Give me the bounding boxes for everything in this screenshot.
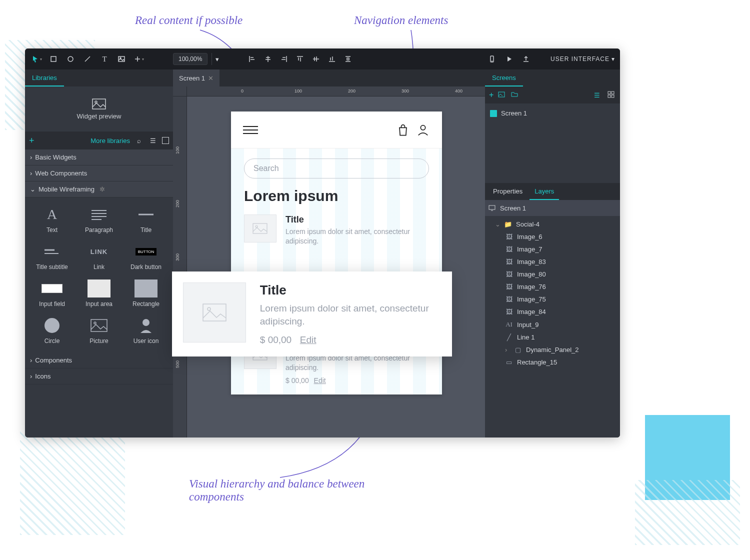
widget-preview: Widget preview — [25, 86, 173, 132]
more-libraries-link[interactable]: More libraries — [90, 137, 130, 144]
rect-tool[interactable] — [47, 52, 60, 66]
image-icon: 🖼 — [505, 233, 513, 240]
layer-item[interactable]: 🖼Image_76 — [485, 280, 620, 293]
bag-icon[interactable] — [396, 123, 410, 137]
layer-item[interactable]: 🖼Image_6 — [485, 230, 620, 243]
left-panel: Libraries Widget preview + More librarie… — [25, 70, 173, 438]
close-tab-icon[interactable]: ✕ — [208, 74, 214, 82]
layer-item[interactable]: ╱Line 1 — [485, 331, 620, 344]
ellipse-tool[interactable] — [64, 52, 77, 66]
add-screen-button[interactable]: + — [489, 90, 494, 100]
folder-icon: 📁 — [504, 220, 512, 228]
align-top[interactable] — [294, 52, 306, 66]
align-bottom[interactable] — [326, 52, 338, 66]
svg-point-11 — [420, 125, 425, 130]
mock-list-item[interactable]: Title Lorem ipsum dolor sit amet, consec… — [244, 214, 429, 246]
edit-link[interactable]: Edit — [300, 334, 316, 345]
layer-item[interactable]: ▭Rectangle_15 — [485, 356, 620, 368]
widget-paragraph[interactable]: Paragraph — [77, 202, 121, 236]
widget-title-subtitle[interactable]: Title subtitle — [30, 240, 74, 274]
widget-user-icon[interactable]: User icon — [124, 314, 168, 348]
layer-folder[interactable]: ⌄📁Social-4 — [485, 218, 620, 230]
play-button[interactable] — [502, 52, 516, 66]
widget-circle[interactable]: Circle — [30, 314, 74, 348]
layer-item[interactable]: AIInput_9 — [485, 318, 620, 331]
svg-rect-18 — [498, 92, 504, 97]
svg-rect-19 — [608, 92, 610, 94]
layer-item[interactable]: 🖼Image_80 — [485, 268, 620, 280]
align-left[interactable] — [246, 52, 258, 66]
tab-layers[interactable]: Layers — [530, 188, 559, 200]
gear-icon[interactable]: ✲ — [100, 186, 105, 193]
zoom-dropdown[interactable]: ▾ — [212, 53, 222, 65]
image-icon[interactable] — [498, 90, 506, 100]
line-icon: ╱ — [505, 334, 513, 341]
svg-rect-12 — [253, 224, 267, 234]
mode-selector[interactable]: USER INTERFACE ▾ — [550, 56, 615, 62]
svg-point-17 — [208, 308, 210, 310]
widget-input-field[interactable]: Input field — [30, 276, 74, 310]
pointer-tool[interactable]: ▾ — [30, 52, 43, 66]
screen-item[interactable]: Screen 1 — [488, 106, 617, 120]
add-tool[interactable]: ▾ — [132, 52, 145, 66]
widget-text[interactable]: AText — [30, 202, 74, 236]
layer-root[interactable]: Screen 1 — [485, 200, 620, 216]
cat-basic-widgets[interactable]: ›Basic Widgets — [25, 150, 173, 166]
grid-view-icon[interactable] — [607, 90, 616, 100]
distribute[interactable] — [342, 52, 354, 66]
annotation-real-content: Real content if possible — [135, 14, 242, 27]
upload-button[interactable] — [520, 52, 532, 66]
cat-mobile-wireframing[interactable]: ⌄Mobile Wireframing✲ — [25, 182, 173, 198]
input-icon: AI — [505, 320, 513, 328]
widget-rectangle[interactable]: Rectangle — [124, 276, 168, 310]
cat-icons[interactable]: ›Icons — [25, 368, 173, 384]
device-icon[interactable] — [486, 52, 498, 66]
canvas[interactable]: Screen 1 ✕ 0 100 200 300 400 100 200 300… — [173, 70, 485, 438]
user-icon[interactable] — [416, 123, 430, 137]
item-desc: Lorem ipsum dolor sit amet, consectetur … — [260, 302, 441, 328]
image-placeholder-icon — [183, 282, 246, 342]
align-right[interactable] — [278, 52, 290, 66]
tab-libraries[interactable]: Libraries — [25, 70, 64, 86]
image-icon: 🖼 — [505, 246, 513, 253]
folder-icon[interactable] — [510, 90, 520, 100]
hamburger-icon[interactable] — [243, 126, 258, 134]
align-vcenter[interactable] — [310, 52, 322, 66]
widget-title[interactable]: Title — [124, 202, 168, 236]
search-icon[interactable]: ⌕ — [134, 137, 144, 144]
item-meta: $ 00,00 Edit — [286, 376, 429, 384]
add-library-button[interactable]: + — [29, 136, 34, 146]
cat-web-components[interactable]: ›Web Components — [25, 166, 173, 182]
text-tool[interactable]: T — [98, 52, 111, 66]
list-view-icon[interactable]: ☰ — [148, 137, 158, 144]
selected-card[interactable]: Title Lorem ipsum dolor sit amet, consec… — [172, 272, 452, 356]
widget-dark-button[interactable]: BUTTONDark button — [124, 240, 168, 274]
image-tool[interactable] — [115, 52, 128, 66]
widget-input-area[interactable]: Input area — [77, 276, 121, 310]
grid-view-icon[interactable] — [162, 137, 169, 144]
edit-link[interactable]: Edit — [314, 376, 326, 384]
layer-item[interactable]: 🖼Image_84 — [485, 306, 620, 318]
toolbar: ▾ T ▾ 100,00% ▾ USER INTERFACE ▾ — [25, 48, 620, 70]
layer-item[interactable]: ›▢Dynamic_Panel_2 — [485, 344, 620, 356]
tab-properties[interactable]: Properties — [488, 188, 528, 200]
canvas-tab[interactable]: Screen 1 ✕ — [173, 70, 220, 86]
align-hcenter[interactable] — [262, 52, 274, 66]
layer-item[interactable]: 🖼Image_7 — [485, 243, 620, 256]
list-view-icon[interactable]: ☰ — [594, 92, 603, 99]
svg-rect-0 — [51, 56, 56, 62]
zoom-value[interactable]: 100,00% — [173, 53, 208, 65]
mock-search-input[interactable]: Search — [244, 158, 429, 178]
widget-link[interactable]: LINKLink — [77, 240, 121, 274]
item-meta: $ 00,00 Edit — [260, 334, 441, 346]
line-tool[interactable] — [81, 52, 94, 66]
layer-item[interactable]: 🖼Image_75 — [485, 293, 620, 306]
annotation-nav-elements: Navigation elements — [354, 14, 448, 27]
svg-rect-8 — [91, 320, 107, 332]
item-title: Title — [286, 214, 429, 225]
right-panel: Screens + ☰ Screen 1 Properties Layers S… — [485, 70, 620, 438]
layer-item[interactable]: 🖼Image_83 — [485, 256, 620, 268]
widget-picture[interactable]: Picture — [77, 314, 121, 348]
tab-screens[interactable]: Screens — [485, 70, 523, 86]
cat-components[interactable]: ›Components — [25, 352, 173, 368]
